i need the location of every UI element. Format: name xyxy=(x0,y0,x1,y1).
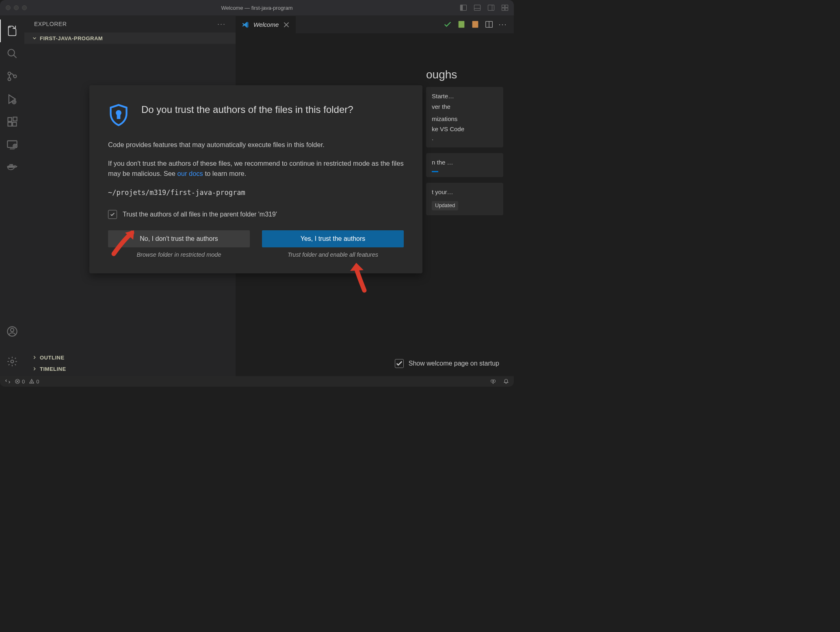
accounts-activity[interactable] xyxy=(0,320,24,343)
no-trust-subtitle: Browse folder in restricted mode xyxy=(108,251,250,258)
maximize-window-button[interactable] xyxy=(22,5,27,10)
svg-point-14 xyxy=(8,78,11,81)
svg-rect-17 xyxy=(8,118,12,121)
book-green-icon[interactable] xyxy=(457,20,466,29)
feedback-icon[interactable] xyxy=(490,379,496,384)
svg-rect-7 xyxy=(502,5,505,7)
svg-rect-5 xyxy=(488,5,494,10)
panel-bottom-icon[interactable] xyxy=(473,4,481,12)
svg-rect-20 xyxy=(13,117,17,121)
svg-point-11 xyxy=(8,50,15,56)
dialog-p1: Code provides features that may automati… xyxy=(108,140,404,150)
folder-name: FIRST-JAVA-PROGRAM xyxy=(40,35,103,41)
svg-rect-9 xyxy=(502,8,505,11)
source-control-activity[interactable] xyxy=(0,65,24,88)
outline-section[interactable]: OUTLINE xyxy=(24,352,236,363)
more-icon[interactable]: ··· xyxy=(498,20,507,29)
check-icon[interactable] xyxy=(443,20,452,29)
explorer-activity[interactable] xyxy=(0,19,24,42)
book-orange-icon[interactable] xyxy=(471,20,480,29)
timeline-section[interactable]: TIMELINE xyxy=(24,363,236,374)
show-welcome-startup[interactable]: Show welcome page on startup xyxy=(395,359,499,368)
dialog-path: ~/projets/m319/first-java-program xyxy=(108,187,404,198)
panel-right-icon[interactable] xyxy=(487,4,495,12)
traffic-lights xyxy=(0,5,27,10)
tab-label: Welcome xyxy=(253,21,279,28)
shield-icon xyxy=(108,103,129,126)
errors-indicator[interactable]: 0 xyxy=(15,379,25,385)
svg-point-49 xyxy=(493,380,495,382)
walkthroughs-heading: oughs xyxy=(426,68,503,81)
startup-checkbox-label: Show welcome page on startup xyxy=(409,360,499,367)
split-editor-icon[interactable] xyxy=(485,20,494,29)
startup-checkbox[interactable] xyxy=(395,359,404,368)
warnings-indicator[interactable]: 0 xyxy=(29,379,39,385)
yes-trust-subtitle: Trust folder and enable all features xyxy=(262,251,404,258)
close-window-button[interactable] xyxy=(6,5,11,10)
activity-bar xyxy=(0,15,24,376)
svg-rect-8 xyxy=(505,5,508,7)
close-tab-icon[interactable] xyxy=(283,21,290,28)
vscode-icon xyxy=(241,21,249,29)
walkthroughs-panel: oughs Starte… ver the mizations ke VS Co… xyxy=(426,68,503,221)
svg-rect-18 xyxy=(8,122,12,126)
svg-line-12 xyxy=(14,55,17,58)
settings-gear-activity[interactable] xyxy=(0,350,24,373)
dialog-title: Do you trust the authors of the files in… xyxy=(141,104,353,115)
svg-rect-37 xyxy=(459,21,465,28)
dialog-p2: If you don't trust the authors of these … xyxy=(108,158,404,179)
outline-label: OUTLINE xyxy=(40,355,65,361)
remote-explorer-activity[interactable] xyxy=(0,133,24,156)
svg-rect-19 xyxy=(13,122,16,126)
svg-point-34 xyxy=(11,360,14,363)
status-bar: 0 0 xyxy=(0,376,514,387)
svg-rect-3 xyxy=(474,5,481,10)
docker-activity[interactable] xyxy=(0,156,24,179)
run-debug-activity[interactable] xyxy=(0,88,24,110)
trust-dialog: Do you trust the authors of the files in… xyxy=(89,85,422,273)
timeline-label: TIMELINE xyxy=(40,366,66,372)
panel-left-icon[interactable] xyxy=(459,4,468,12)
layout-customize-icon[interactable] xyxy=(501,4,509,12)
remote-indicator[interactable] xyxy=(5,379,11,384)
trust-parent-label: Trust the authors of all files in the pa… xyxy=(123,211,277,218)
walkthrough-card-4[interactable]: t your… Updated xyxy=(426,183,503,216)
our-docs-link[interactable]: our docs xyxy=(178,170,203,177)
title-bar: Welcome — first-java-program xyxy=(0,0,514,15)
svg-rect-2 xyxy=(461,5,463,10)
explorer-more-icon[interactable]: ··· xyxy=(217,20,226,28)
svg-rect-38 xyxy=(472,21,478,28)
svg-point-47 xyxy=(32,382,32,383)
bell-icon[interactable] xyxy=(503,379,509,384)
svg-point-33 xyxy=(11,328,14,331)
svg-rect-42 xyxy=(118,114,119,118)
svg-point-13 xyxy=(8,72,11,75)
folder-header[interactable]: FIRST-JAVA-PROGRAM xyxy=(24,32,236,44)
minimize-window-button[interactable] xyxy=(14,5,19,10)
yes-trust-button[interactable]: Yes, I trust the authors xyxy=(262,230,404,247)
no-trust-button[interactable]: No, I don't trust the authors xyxy=(108,230,250,247)
window-title: Welcome — first-java-program xyxy=(221,5,292,11)
trust-parent-row[interactable]: Trust the authors of all files in the pa… xyxy=(108,210,404,219)
welcome-tab[interactable]: Welcome xyxy=(236,15,296,33)
walkthrough-card-3[interactable]: n the … xyxy=(426,153,503,177)
svg-rect-10 xyxy=(505,8,508,11)
walkthrough-card-1[interactable]: Starte… ver the mizations ke VS Code . xyxy=(426,87,503,147)
search-activity[interactable] xyxy=(0,42,24,65)
extensions-activity[interactable] xyxy=(0,110,24,133)
explorer-title: EXPLORER xyxy=(34,21,67,27)
trust-parent-checkbox[interactable] xyxy=(108,210,117,219)
svg-rect-31 xyxy=(11,164,13,166)
